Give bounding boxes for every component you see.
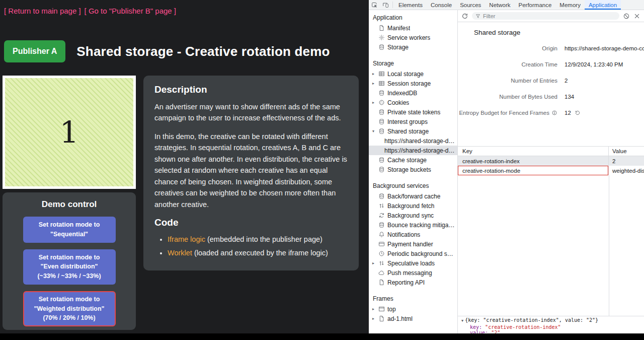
devtools-tab-console[interactable]: Console xyxy=(427,0,456,10)
chevron-right-icon[interactable]: ▸ xyxy=(372,81,378,86)
code-bullet-text: (loaded and executed by the iframe logic… xyxy=(192,249,328,257)
refresh-icon[interactable] xyxy=(461,13,468,20)
sidebar-item-label: Payment handler xyxy=(387,241,433,248)
top-nav: [ Return to main page ][ Go to "Publishe… xyxy=(4,7,180,15)
worklet-link[interactable]: Worklet xyxy=(168,249,192,257)
chevron-right-icon[interactable]: ▸ xyxy=(372,307,378,311)
preview-summary: ▼{key: "creative-rotation-index", value:… xyxy=(461,317,642,324)
sidebar-item-storage[interactable]: Storage xyxy=(369,42,457,52)
sidebar-item-cookies[interactable]: ▸Cookies xyxy=(369,98,457,107)
filter-input[interactable]: Filter xyxy=(472,12,619,20)
chevron-right-icon[interactable]: ▸ xyxy=(372,316,378,321)
sidebar-item-payment-handler[interactable]: Payment handler xyxy=(369,239,457,249)
db-icon xyxy=(378,109,385,116)
metadata-label-text: Number of Bytes Used xyxy=(499,94,557,100)
sidebar-item-label: top xyxy=(387,306,396,313)
panel-toolbar: Filter xyxy=(458,10,644,22)
close-icon[interactable] xyxy=(633,13,640,20)
cell-value[interactable]: 2 xyxy=(609,156,644,166)
devtools-tab-application[interactable]: Application xyxy=(585,0,621,10)
sidebar-item-label: Shared storage xyxy=(387,128,429,135)
chevron-down-icon[interactable]: ▾ xyxy=(372,129,378,133)
nav-link-return-to-main-page[interactable]: [ Return to main page ] xyxy=(4,7,81,15)
sidebar-item-label: Push messaging xyxy=(387,269,432,277)
chevron-right-icon[interactable]: ▸ xyxy=(372,261,378,265)
sidebar-item-label: ad-1.html xyxy=(387,315,413,322)
rotation-mode-button-2[interactable]: Set rotation mode to"Even distribution"(… xyxy=(23,249,116,285)
cookie-icon xyxy=(378,99,385,106)
rotation-mode-button-1[interactable]: Set rotation mode to"Sequential" xyxy=(23,217,116,243)
devtools-tab-memory[interactable]: Memory xyxy=(555,0,585,10)
sidebar-item-periodic-background-s[interactable]: Periodic background s… xyxy=(369,249,457,258)
sidebar-item-label: Interest groups xyxy=(387,118,428,125)
devtools-tab-network[interactable]: Network xyxy=(485,0,514,10)
metadata-value-text: 12 xyxy=(565,110,571,116)
db-icon xyxy=(378,157,385,164)
column-header-key[interactable]: Key xyxy=(458,147,609,156)
sidebar-section-storage: Storage▸Local storage▸Session storageInd… xyxy=(369,57,457,174)
rotation-mode-button-3[interactable]: Set rotation mode to"Weighted distributi… xyxy=(23,291,116,326)
sidebar-item-https-shared-storage-d[interactable]: https://shared-storage-d… xyxy=(369,136,457,146)
reset-entropy-icon[interactable] xyxy=(575,110,581,116)
metadata-value: 2 xyxy=(565,78,644,84)
filter-placeholder: Filter xyxy=(483,13,495,19)
table-row-creative-rotation-index[interactable]: creative-rotation-index2 xyxy=(458,156,644,166)
sidebar-item-indexeddb[interactable]: IndexedDB xyxy=(369,88,457,98)
chevron-right-icon[interactable]: ▸ xyxy=(372,100,378,105)
metadata-view: Originhttps://shared-storage-demo-coCrea… xyxy=(458,40,644,121)
sidebar-item-label: Service workers xyxy=(387,34,430,41)
sidebar-item-service-workers[interactable]: Service workers xyxy=(369,33,457,42)
devtools-tab-performance[interactable]: Performance xyxy=(515,0,556,10)
metadata-label: Origin xyxy=(458,45,557,51)
sidebar-item-interest-groups[interactable]: Interest groups xyxy=(369,117,457,126)
sidebar-item-storage-buckets[interactable]: Storage buckets xyxy=(369,165,457,174)
sidebar-item-session-storage[interactable]: ▸Session storage xyxy=(369,79,457,88)
panel-title: Shared storage xyxy=(458,22,644,40)
sidebar-item-label: Bounce tracking mitiga… xyxy=(387,222,454,229)
devtools-tab-elements[interactable]: Elements xyxy=(394,0,427,10)
metadata-value-text: 2 xyxy=(565,78,568,84)
chevron-down-icon[interactable]: ▼ xyxy=(461,318,463,324)
doc-icon xyxy=(378,315,385,322)
column-divider xyxy=(609,175,609,316)
shared-storage-panel: Filter Shared storage Originhttps://shar… xyxy=(458,10,644,333)
cell-value[interactable]: weighted-dist xyxy=(609,166,644,175)
ad-creative: 1 xyxy=(3,76,136,189)
table-row-creative-rotation-mode[interactable]: creative-rotation-modeweighted-dist xyxy=(458,166,644,175)
clear-events-icon[interactable] xyxy=(623,13,630,20)
sidebar-item-bounce-tracking-mitiga[interactable]: Bounce tracking mitiga… xyxy=(369,220,457,230)
sidebar-item-private-state-tokens[interactable]: Private state tokens xyxy=(369,107,457,117)
devtools-tab-sources[interactable]: Sources xyxy=(456,0,485,10)
iframe-logic-link[interactable]: Iframe logic xyxy=(168,235,205,243)
sidebar-item-back-forward-cache[interactable]: Back/forward cache xyxy=(369,191,457,201)
sidebar-item-background-sync[interactable]: Background sync xyxy=(369,211,457,220)
sidebar-item-local-storage[interactable]: ▸Local storage xyxy=(369,69,457,79)
sidebar-item-top[interactable]: ▸top xyxy=(369,304,457,314)
cell-key[interactable]: creative-rotation-index xyxy=(458,156,609,166)
table-header-row: KeyValue xyxy=(458,147,644,156)
sidebar-item-ad-1-html[interactable]: ▸ad-1.html xyxy=(369,314,457,323)
metadata-label-text: Number of Entries xyxy=(511,78,557,84)
chevron-right-icon[interactable]: ▸ xyxy=(372,72,378,76)
info-icon[interactable] xyxy=(551,110,557,116)
sidebar-section-title: Background services xyxy=(369,179,457,191)
sidebar-item-manifest[interactable]: Manifest xyxy=(369,23,457,33)
nav-link-go-to-publisher-b-page[interactable]: [ Go to "Publisher B" page ] xyxy=(85,7,176,15)
sidebar-item-speculative-loads[interactable]: ▸Speculative loads xyxy=(369,258,457,268)
sidebar-item-cache-storage[interactable]: Cache storage xyxy=(369,155,457,165)
sidebar-item-background-fetch[interactable]: Background fetch xyxy=(369,201,457,211)
column-header-value[interactable]: Value xyxy=(609,147,644,156)
sidebar-item-notifications[interactable]: Notifications xyxy=(369,230,457,239)
sidebar-item-shared-storage[interactable]: ▾Shared storage xyxy=(369,126,457,136)
inspect-element-icon[interactable] xyxy=(369,0,380,10)
cell-key[interactable]: creative-rotation-mode xyxy=(458,166,609,175)
db-icon xyxy=(378,193,385,200)
property-value: "creative-rotation-index" xyxy=(485,324,561,330)
metadata-label: Entropy Budget for Fenced Frames xyxy=(458,110,557,116)
sidebar-item-label: Background fetch xyxy=(387,202,434,210)
sidebar-item-reporting-api[interactable]: Reporting API xyxy=(369,278,457,287)
sidebar-item-https-shared-storage-d[interactable]: https://shared-storage-d… xyxy=(369,146,457,155)
sidebar-item-push-messaging[interactable]: Push messaging xyxy=(369,268,457,278)
grid-icon xyxy=(378,71,385,78)
device-toolbar-icon[interactable] xyxy=(380,0,391,10)
